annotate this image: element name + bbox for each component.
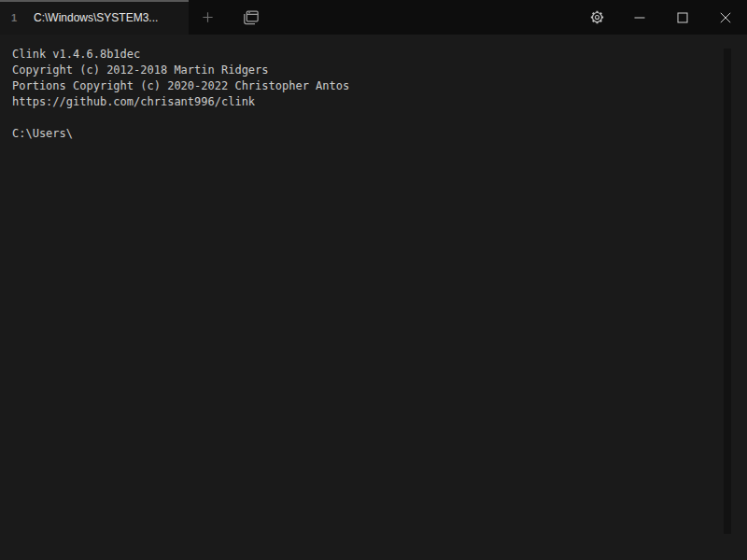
terminal-window: 1 C:\Windows\SYSTEM3... (0, 0, 747, 560)
terminal-content[interactable]: Clink v1.4.6.8b1dec Copyright (c) 2012-2… (0, 35, 747, 560)
minimize-button[interactable] (618, 0, 661, 35)
gear-icon (589, 9, 605, 25)
terminal-line: https://github.com/chrisant996/clink (12, 94, 735, 110)
terminal-line: Portions Copyright (c) 2020-2022 Christo… (12, 78, 735, 94)
window-stack-icon (241, 8, 260, 27)
tab-index: 1 (11, 12, 24, 23)
terminal-line: Copyright (c) 2012-2018 Martin Ridgers (12, 63, 735, 78)
scrollbar[interactable] (724, 49, 731, 534)
maximize-button[interactable] (661, 0, 704, 35)
tab-cmd[interactable]: 1 C:\Windows\SYSTEM3... (0, 0, 189, 35)
terminal-line: Clink v1.4.6.8b1dec (12, 47, 735, 63)
minimize-icon (632, 10, 647, 25)
terminal-line: C:\Users\ (12, 126, 735, 142)
tab-bar: 1 C:\Windows\SYSTEM3... (0, 0, 747, 35)
plus-icon (201, 10, 215, 24)
close-icon (718, 10, 733, 25)
tab-switcher-button[interactable] (234, 0, 266, 35)
close-button[interactable] (704, 0, 747, 35)
settings-button[interactable] (575, 0, 618, 35)
window-controls (575, 0, 747, 35)
new-tab-button[interactable] (191, 0, 223, 35)
terminal-line (12, 110, 735, 126)
maximize-icon (675, 10, 690, 25)
tab-title: C:\Windows\SYSTEM3... (34, 11, 158, 24)
